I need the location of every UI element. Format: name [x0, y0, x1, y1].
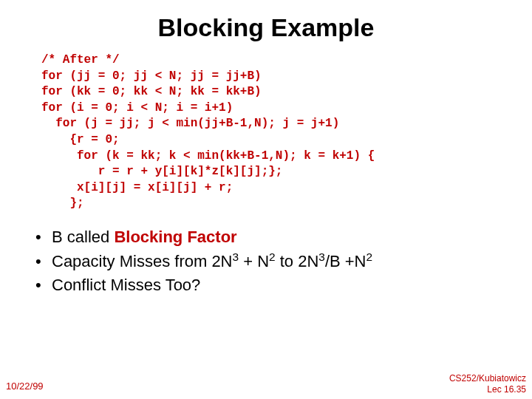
bullet-list: • B called Blocking Factor • Capacity Mi…: [35, 225, 532, 297]
bullet-item: • B called Blocking Factor: [35, 225, 532, 249]
bullet-item: • Capacity Misses from 2N3 + N2 to 2N3/B…: [35, 249, 532, 273]
text-fragment: Capacity Misses from 2N: [52, 252, 233, 270]
bullet-dot: •: [35, 250, 52, 273]
exponent: 2: [269, 250, 276, 263]
bullet-item: • Conflict Misses Too?: [35, 273, 532, 297]
footer-credit: CS252/Kubiatowicz Lec 16.35: [449, 373, 526, 395]
bullet-text: B called Blocking Factor: [52, 225, 237, 249]
text-fragment: /B +N: [325, 252, 366, 270]
bullet-dot: •: [35, 225, 52, 249]
bullet-text: Conflict Misses Too?: [52, 273, 200, 297]
text-fragment: to 2N: [276, 252, 319, 270]
blocking-factor-term: Blocking Factor: [114, 228, 236, 246]
text-fragment: + N: [239, 252, 269, 270]
footer-lecture: Lec 16.35: [449, 384, 526, 395]
code-block: /* After */ for (jj = 0; jj < N; jj = jj…: [41, 52, 532, 212]
footer-date: 10/22/99: [6, 381, 44, 392]
bullet-dot: •: [35, 273, 52, 297]
exponent: 2: [366, 250, 373, 263]
exponent: 3: [233, 250, 239, 263]
exponent: 3: [318, 250, 325, 263]
footer-course: CS252/Kubiatowicz: [449, 373, 526, 383]
text-fragment: B called: [52, 228, 114, 246]
slide-title: Blocking Example: [0, 13, 532, 42]
bullet-text: Capacity Misses from 2N3 + N2 to 2N3/B +…: [52, 249, 372, 273]
